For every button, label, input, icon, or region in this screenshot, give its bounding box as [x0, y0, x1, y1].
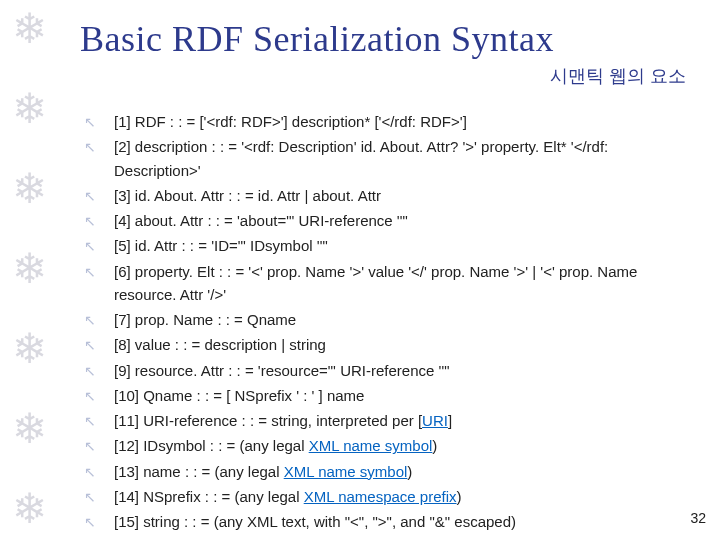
grammar-rule: ↖[12] IDsymbol : : = (any legal XML name… [84, 434, 692, 457]
bullet-icon: ↖ [84, 262, 96, 284]
rule-text: [4] about. Attr : : = 'about="' URI-refe… [114, 212, 408, 229]
rule-text: [10] Qname : : = [ NSprefix ' : ' ] name [114, 387, 364, 404]
rule-text: [2] description : : = '<rdf: Description… [114, 138, 608, 178]
grammar-rule: ↖[4] about. Attr : : = 'about="' URI-ref… [84, 209, 692, 232]
slide: ❄ ❄ ❄ ❄ ❄ ❄ ❄ Basic RDF Serialization Sy… [0, 0, 720, 540]
rule-text: ) [457, 488, 462, 505]
grammar-rule: ↖[2] description : : = '<rdf: Descriptio… [84, 135, 692, 182]
bullet-icon: ↖ [84, 436, 96, 458]
bullet-icon: ↖ [84, 361, 96, 383]
grammar-rule: ↖[15] string : : = (any XML text, with "… [84, 510, 692, 533]
rule-text: ) [432, 437, 437, 454]
grammar-rule: ↖[8] value : : = description | string [84, 333, 692, 356]
grammar-rule: ↖[5] id. Attr : : = 'ID="' IDsymbol '"' [84, 234, 692, 257]
bullet-icon: ↖ [84, 411, 96, 433]
bullet-icon: ↖ [84, 462, 96, 484]
bullet-icon: ↖ [84, 236, 96, 258]
bullet-icon: ↖ [84, 112, 96, 134]
page-title: Basic RDF Serialization Syntax [80, 18, 692, 60]
rule-text: [12] IDsymbol : : = (any legal [114, 437, 309, 454]
grammar-rule: ↖[11] URI-reference : : = string, interp… [84, 409, 692, 432]
rule-text: [5] id. Attr : : = 'ID="' IDsymbol '"' [114, 237, 328, 254]
grammar-rule: ↖[14] NSprefix : : = (any legal XML name… [84, 485, 692, 508]
snowflake-icon: ❄ [12, 248, 47, 290]
reference-link[interactable]: XML namespace prefix [304, 488, 457, 505]
grammar-rule: ↖[6] property. Elt : : = '<' prop. Name … [84, 260, 692, 307]
rule-text: [9] resource. Attr : : = 'resource="' UR… [114, 362, 450, 379]
grammar-rule: ↖[1] RDF : : = ['<rdf: RDF>'] descriptio… [84, 110, 692, 133]
snowflake-icon: ❄ [12, 88, 47, 130]
snowflake-icon: ❄ [12, 8, 47, 50]
reference-link[interactable]: URI [422, 412, 448, 429]
bullet-icon: ↖ [84, 211, 96, 233]
rule-text: ] [448, 412, 452, 429]
bullet-icon: ↖ [84, 310, 96, 332]
rule-text: [6] property. Elt : : = '<' prop. Name '… [114, 263, 637, 303]
grammar-rule: ↖[7] prop. Name : : = Qname [84, 308, 692, 331]
grammar-rule: ↖[3] id. About. Attr : : = id. Attr | ab… [84, 184, 692, 207]
snowflake-icon: ❄ [12, 408, 47, 450]
rule-text: [7] prop. Name : : = Qname [114, 311, 296, 328]
bullet-icon: ↖ [84, 386, 96, 408]
snowflake-icon: ❄ [12, 328, 47, 370]
grammar-rule: ↖[10] Qname : : = [ NSprefix ' : ' ] nam… [84, 384, 692, 407]
snowflake-icon: ❄ [12, 488, 47, 530]
bullet-icon: ↖ [84, 487, 96, 509]
grammar-rule-list: ↖[1] RDF : : = ['<rdf: RDF>'] descriptio… [80, 110, 692, 533]
bullet-icon: ↖ [84, 512, 96, 534]
rule-text: [15] string : : = (any XML text, with "<… [114, 513, 516, 530]
reference-link[interactable]: XML name symbol [309, 437, 433, 454]
bullet-icon: ↖ [84, 186, 96, 208]
snowflake-strip: ❄ ❄ ❄ ❄ ❄ ❄ ❄ [0, 0, 58, 540]
rule-text: [8] value : : = description | string [114, 336, 326, 353]
rule-text: ) [407, 463, 412, 480]
rule-text: [14] NSprefix : : = (any legal [114, 488, 304, 505]
reference-link[interactable]: XML name symbol [284, 463, 408, 480]
snowflake-icon: ❄ [12, 168, 47, 210]
grammar-rule: ↖[13] name : : = (any legal XML name sym… [84, 460, 692, 483]
grammar-rule: ↖[9] resource. Attr : : = 'resource="' U… [84, 359, 692, 382]
rule-text: [11] URI-reference : : = string, interpr… [114, 412, 422, 429]
bullet-icon: ↖ [84, 137, 96, 159]
subtitle: 시맨틱 웹의 요소 [80, 64, 686, 88]
page-number: 32 [690, 510, 706, 526]
rule-text: [13] name : : = (any legal [114, 463, 284, 480]
bullet-icon: ↖ [84, 335, 96, 357]
rule-text: [1] RDF : : = ['<rdf: RDF>'] description… [114, 113, 467, 130]
rule-text: [3] id. About. Attr : : = id. Attr | abo… [114, 187, 381, 204]
